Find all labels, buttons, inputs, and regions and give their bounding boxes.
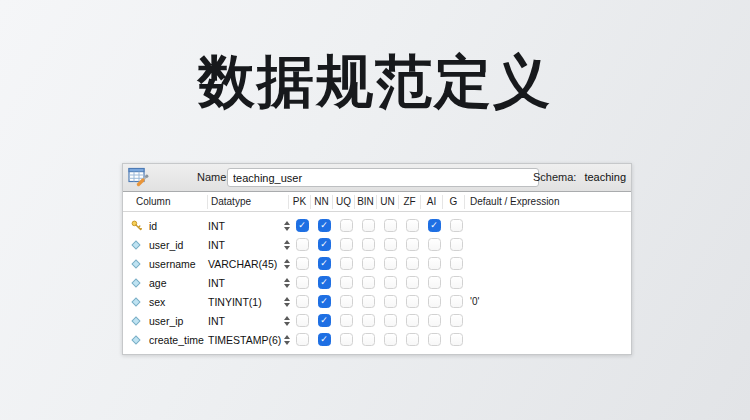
column-datatype[interactable]: INT — [208, 277, 282, 289]
table-row[interactable]: create_time TIMESTAMP(6) — [123, 330, 631, 349]
stepper-down-icon — [284, 322, 290, 326]
checkbox-g[interactable] — [450, 333, 463, 346]
table-row[interactable]: age INT — [123, 273, 631, 292]
checkbox-g[interactable] — [450, 276, 463, 289]
checkbox-zf[interactable] — [406, 238, 419, 251]
checkbox-g[interactable] — [450, 257, 463, 270]
checkbox-zf[interactable] — [406, 333, 419, 346]
column-datatype[interactable]: TINYINT(1) — [208, 296, 282, 308]
diamond-icon — [131, 316, 141, 326]
checkbox-ai[interactable] — [428, 219, 441, 232]
checkbox-zf[interactable] — [406, 219, 419, 232]
datatype-stepper[interactable] — [282, 221, 291, 231]
datatype-stepper[interactable] — [282, 278, 291, 288]
checkbox-uq[interactable] — [340, 333, 353, 346]
checkbox-un[interactable] — [384, 238, 397, 251]
checkbox-g[interactable] — [450, 314, 463, 327]
column-name[interactable]: user_ip — [149, 315, 208, 327]
column-name[interactable]: id — [149, 220, 208, 232]
stepper-down-icon — [284, 265, 290, 269]
column-datatype[interactable]: INT — [208, 239, 282, 251]
checkbox-un[interactable] — [384, 257, 397, 270]
checkbox-zf[interactable] — [406, 295, 419, 308]
stepper-up-icon — [284, 240, 290, 244]
name-label: Name: — [197, 171, 229, 183]
checkbox-bin[interactable] — [362, 257, 375, 270]
checkbox-bin[interactable] — [362, 295, 375, 308]
checkbox-bin[interactable] — [362, 276, 375, 289]
checkbox-uq[interactable] — [340, 295, 353, 308]
checkbox-pk[interactable] — [296, 333, 309, 346]
header-column: Column — [123, 195, 208, 209]
checkbox-nn[interactable] — [318, 257, 331, 270]
checkbox-pk[interactable] — [296, 314, 309, 327]
table-row[interactable]: username VARCHAR(45) — [123, 254, 631, 273]
checkbox-un[interactable] — [384, 276, 397, 289]
datatype-stepper[interactable] — [282, 259, 291, 269]
diamond-icon — [131, 335, 141, 345]
checkbox-pk[interactable] — [296, 276, 309, 289]
column-datatype[interactable]: TIMESTAMP(6) — [208, 334, 282, 346]
checkbox-zf[interactable] — [406, 257, 419, 270]
checkbox-pk[interactable] — [296, 219, 309, 232]
checkbox-pk[interactable] — [296, 257, 309, 270]
checkbox-uq[interactable] — [340, 257, 353, 270]
table-row[interactable]: user_ip INT — [123, 311, 631, 330]
checkbox-g[interactable] — [450, 295, 463, 308]
header-ai: AI — [421, 195, 443, 209]
checkbox-nn[interactable] — [318, 333, 331, 346]
column-name[interactable]: user_id — [149, 239, 208, 251]
checkbox-nn[interactable] — [318, 219, 331, 232]
header-nn: NN — [311, 195, 333, 209]
datatype-stepper[interactable] — [282, 240, 291, 250]
table-row[interactable]: user_id INT — [123, 235, 631, 254]
column-default[interactable]: '0' — [467, 296, 631, 307]
column-name[interactable]: age — [149, 277, 208, 289]
checkbox-ai[interactable] — [428, 295, 441, 308]
checkbox-un[interactable] — [384, 219, 397, 232]
checkbox-uq[interactable] — [340, 219, 353, 232]
checkbox-ai[interactable] — [428, 257, 441, 270]
checkbox-un[interactable] — [384, 333, 397, 346]
checkbox-bin[interactable] — [362, 238, 375, 251]
checkbox-zf[interactable] — [406, 314, 419, 327]
checkbox-ai[interactable] — [428, 333, 441, 346]
checkbox-pk[interactable] — [296, 295, 309, 308]
checkbox-uq[interactable] — [340, 238, 353, 251]
column-datatype[interactable]: INT — [208, 220, 282, 232]
datatype-stepper[interactable] — [282, 335, 291, 345]
checkbox-nn[interactable] — [318, 295, 331, 308]
checkbox-nn[interactable] — [318, 276, 331, 289]
checkbox-bin[interactable] — [362, 219, 375, 232]
stepper-up-icon — [284, 221, 290, 225]
datatype-stepper[interactable] — [282, 297, 291, 307]
header-un: UN — [377, 195, 399, 209]
column-datatype[interactable]: VARCHAR(45) — [208, 258, 282, 270]
checkbox-bin[interactable] — [362, 333, 375, 346]
diamond-icon — [131, 278, 141, 288]
checkbox-g[interactable] — [450, 238, 463, 251]
checkbox-ai[interactable] — [428, 314, 441, 327]
checkbox-un[interactable] — [384, 295, 397, 308]
checkbox-pk[interactable] — [296, 238, 309, 251]
checkbox-nn[interactable] — [318, 238, 331, 251]
checkbox-uq[interactable] — [340, 314, 353, 327]
table-name-input[interactable] — [227, 168, 539, 187]
column-datatype[interactable]: INT — [208, 315, 282, 327]
column-name[interactable]: sex — [149, 296, 208, 308]
checkbox-uq[interactable] — [340, 276, 353, 289]
datatype-stepper[interactable] — [282, 316, 291, 326]
stepper-up-icon — [284, 316, 290, 320]
checkbox-un[interactable] — [384, 314, 397, 327]
checkbox-g[interactable] — [450, 219, 463, 232]
grid-header-row: Column Datatype PK NN UQ BIN UN ZF AI G … — [123, 192, 631, 212]
column-name[interactable]: create_time — [149, 334, 208, 346]
checkbox-ai[interactable] — [428, 276, 441, 289]
table-row[interactable]: id INT — [123, 216, 631, 235]
checkbox-zf[interactable] — [406, 276, 419, 289]
checkbox-bin[interactable] — [362, 314, 375, 327]
column-name[interactable]: username — [149, 258, 208, 270]
checkbox-ai[interactable] — [428, 238, 441, 251]
table-row[interactable]: sex TINYINT(1) '0' — [123, 292, 631, 311]
checkbox-nn[interactable] — [318, 314, 331, 327]
